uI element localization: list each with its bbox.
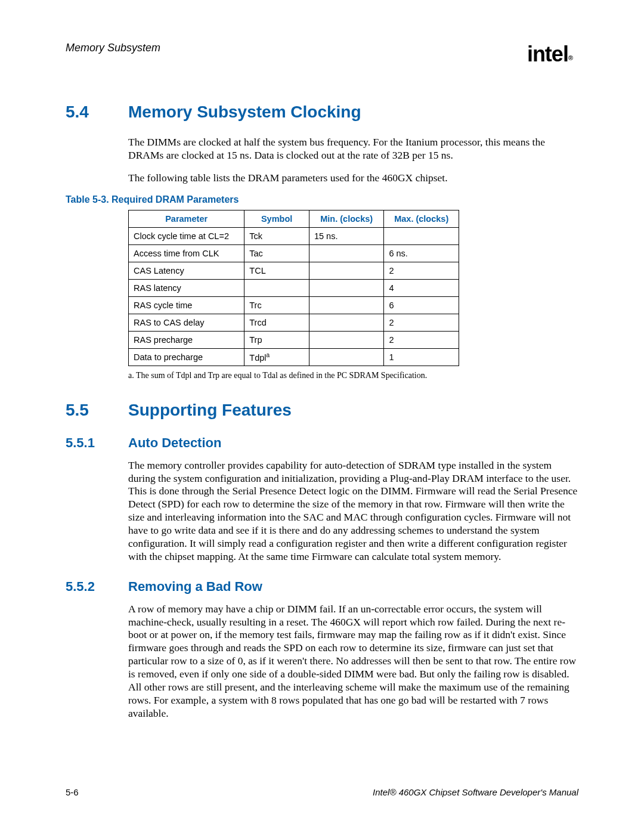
cell-max: 2 [384, 262, 459, 279]
cell-min [309, 331, 384, 348]
paragraph: A row of memory may have a chip or DIMM … [128, 603, 578, 720]
cell-parameter: Access time from CLK [129, 244, 244, 262]
page-header: Memory Subsystem intel® [66, 42, 578, 67]
cell-symbol: Trcd [244, 314, 309, 331]
cell-symbol: TCL [244, 262, 309, 279]
running-title: Memory Subsystem [66, 42, 160, 54]
intel-logo: intel® [527, 42, 578, 67]
cell-max: 4 [384, 279, 459, 296]
header-parameter: Parameter [129, 210, 244, 227]
cell-symbol: Tdpla [244, 348, 309, 366]
section-number: 5.5 [66, 401, 128, 420]
cell-min [309, 262, 384, 279]
table-footnote: a. The sum of Tdpl and Trp are equal to … [128, 371, 578, 380]
cell-min [309, 244, 384, 262]
cell-min [309, 314, 384, 331]
cell-symbol [244, 279, 309, 296]
cell-symbol: Tck [244, 227, 309, 244]
paragraph: The following table lists the DRAM param… [128, 172, 578, 185]
cell-max: 6 ns. [384, 244, 459, 262]
cell-max: 2 [384, 331, 459, 348]
cell-parameter: RAS precharge [129, 331, 244, 348]
table-row: RAS to CAS delayTrcd2 [129, 314, 459, 331]
table-row: RAS latency4 [129, 279, 459, 296]
cell-min [309, 348, 384, 366]
section-title: Removing a Bad Row [128, 579, 262, 594]
cell-parameter: Clock cycle time at CL=2 [129, 227, 244, 244]
section-title: Auto Detection [128, 435, 221, 451]
section-title: Memory Subsystem Clocking [128, 103, 361, 122]
section-5-4-body: The DIMMs are clocked at half the system… [128, 136, 578, 185]
cell-parameter: RAS cycle time [129, 296, 244, 314]
cell-max: 1 [384, 348, 459, 366]
manual-title: Intel® 460GX Chipset Software Developer'… [373, 787, 578, 797]
cell-symbol: Tac [244, 244, 309, 262]
cell-parameter: RAS to CAS delay [129, 314, 244, 331]
header-symbol: Symbol [244, 210, 309, 227]
section-5-5-1-heading: 5.5.1 Auto Detection [66, 435, 578, 451]
table-caption: Table 5-3. Required DRAM Parameters [66, 194, 578, 205]
cell-min [309, 279, 384, 296]
table-row: RAS cycle timeTrc6 [129, 296, 459, 314]
section-5-5-heading: 5.5 Supporting Features [66, 401, 578, 420]
cell-max [384, 227, 459, 244]
table-row: Access time from CLKTac6 ns. [129, 244, 459, 262]
table-row: Data to prechargeTdpla1 [129, 348, 459, 366]
cell-min: 15 ns. [309, 227, 384, 244]
cell-parameter: Data to precharge [129, 348, 244, 366]
page-number: 5-6 [66, 787, 79, 797]
logo-text: intel [527, 42, 568, 66]
page-footer: 5-6 Intel® 460GX Chipset Software Develo… [66, 787, 578, 797]
section-5-5-2-heading: 5.5.2 Removing a Bad Row [66, 579, 578, 594]
cell-max: 6 [384, 296, 459, 314]
table-row: CAS LatencyTCL2 [129, 262, 459, 279]
section-5-4-heading: 5.4 Memory Subsystem Clocking [66, 103, 578, 122]
header-min: Min. (clocks) [309, 210, 384, 227]
dram-parameters-table: Parameter Symbol Min. (clocks) Max. (clo… [128, 210, 459, 366]
cell-max: 2 [384, 314, 459, 331]
section-number: 5.5.2 [66, 579, 128, 594]
cell-min [309, 296, 384, 314]
paragraph: The memory controller provides capabilit… [128, 459, 578, 563]
section-5-5-1-body: The memory controller provides capabilit… [128, 459, 578, 563]
paragraph: The DIMMs are clocked at half the system… [128, 136, 578, 162]
section-title: Supporting Features [128, 401, 292, 420]
section-number: 5.4 [66, 103, 128, 122]
table-row: RAS prechargeTrp2 [129, 331, 459, 348]
logo-registered-mark: ® [568, 54, 572, 61]
header-max: Max. (clocks) [384, 210, 459, 227]
cell-parameter: RAS latency [129, 279, 244, 296]
cell-symbol: Trc [244, 296, 309, 314]
cell-parameter: CAS Latency [129, 262, 244, 279]
table-header-row: Parameter Symbol Min. (clocks) Max. (clo… [129, 210, 459, 227]
cell-symbol: Trp [244, 331, 309, 348]
section-5-5-2-body: A row of memory may have a chip or DIMM … [128, 603, 578, 720]
section-number: 5.5.1 [66, 435, 128, 451]
table-row: Clock cycle time at CL=2Tck15 ns. [129, 227, 459, 244]
